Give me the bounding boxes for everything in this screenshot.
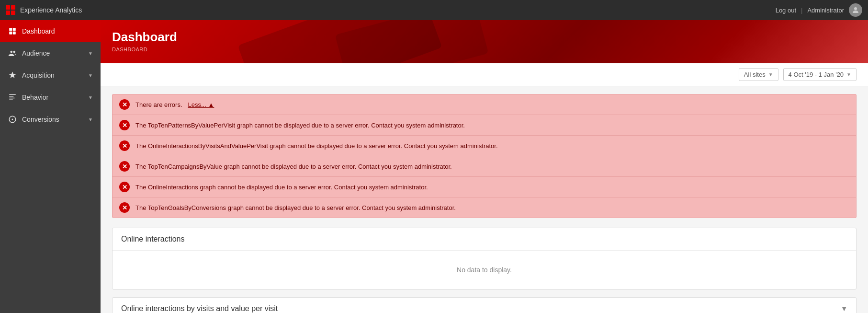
app-title: Experience Analytics [20, 6, 82, 14]
error-summary-row: ✕ There are errors. Less... ▲ [113, 94, 856, 115]
error-message-1: The TopTenPatternsByValuePerVisit graph … [135, 122, 465, 129]
main-content: Dashboard DASHBOARD All sites ▼ 4 Oct '1… [101, 20, 868, 313]
error-panel: ✕ There are errors. Less... ▲ ✕ The TopT… [112, 94, 857, 218]
sidebar-item-conversions[interactable]: Conversions ▼ [0, 108, 101, 130]
topbar: Experience Analytics Log out | Administr… [0, 0, 868, 20]
error-close-icon-3[interactable]: ✕ [119, 161, 130, 172]
svg-point-5 [11, 51, 13, 53]
sidebar-item-acquisition[interactable]: Acquisition ▼ [0, 64, 101, 86]
sidebar-item-audience[interactable]: Audience ▼ [0, 42, 101, 64]
error-close-icon-1[interactable]: ✕ [119, 120, 130, 130]
section-online-interactions-visits: Online interactions by visits and value … [112, 297, 857, 313]
behavior-chevron: ▼ [88, 95, 93, 100]
section-title-visits: Online interactions by visits and value … [121, 304, 278, 313]
sidebar-label-acquisition: Acquisition [22, 71, 83, 79]
sites-label: All sites [744, 71, 766, 78]
conversions-icon [8, 115, 17, 124]
error-row-1: ✕ The TopTenPatternsByValuePerVisit grap… [113, 115, 856, 136]
layout: Dashboard Audience ▼ Acquisition ▼ Behav… [0, 20, 868, 313]
sites-dropdown[interactable]: All sites ▼ [739, 68, 778, 81]
error-row-3: ✕ The TopTenCampaignsByValue graph canno… [113, 156, 856, 177]
error-message-4: The OnlineInteractions graph cannot be d… [135, 184, 428, 191]
svg-point-0 [854, 7, 857, 10]
sidebar-label-behavior: Behavior [22, 93, 83, 101]
dashboard-icon [8, 26, 17, 36]
avatar [849, 3, 862, 17]
svg-rect-2 [13, 28, 16, 31]
error-close-icon-2[interactable]: ✕ [119, 140, 130, 151]
section-body-online-interactions: No data to display. [113, 251, 856, 289]
section-title-online-interactions: Online interactions [121, 235, 185, 243]
logout-button[interactable]: Log out [776, 7, 796, 14]
error-close-icon-5[interactable]: ✕ [119, 202, 130, 213]
date-range-dropdown[interactable]: 4 Oct '19 - 1 Jan '20 ▼ [783, 68, 857, 81]
page-title: Dashboard [112, 30, 857, 45]
error-row-2: ✕ The OnlineInteractionsByVisitsAndValue… [113, 136, 856, 156]
section-online-interactions: Online interactions No data to display. [112, 228, 857, 290]
svg-point-7 [12, 119, 13, 120]
topbar-right: Log out | Administrator [776, 3, 862, 17]
audience-chevron: ▼ [88, 51, 93, 56]
sidebar-label-dashboard: Dashboard [22, 27, 93, 35]
breadcrumb: DASHBOARD [112, 46, 857, 52]
conversions-chevron: ▼ [88, 117, 93, 122]
behavior-icon [8, 93, 17, 102]
error-close-icon-0[interactable]: ✕ [119, 99, 130, 110]
topbar-separator: | [801, 7, 802, 14]
section-header-visits[interactable]: Online interactions by visits and value … [113, 298, 856, 313]
user-name: Administrator [807, 7, 844, 14]
content-area: ✕ There are errors. Less... ▲ ✕ The TopT… [101, 86, 868, 313]
acquisition-chevron: ▼ [88, 73, 93, 78]
section-header-online-interactions: Online interactions [113, 228, 856, 251]
sidebar-label-audience: Audience [22, 49, 83, 57]
error-summary-text: There are errors. [135, 101, 182, 108]
date-range-label: 4 Oct '19 - 1 Jan '20 [789, 71, 844, 78]
no-data-text-1: No data to display. [457, 266, 512, 274]
sites-dropdown-arrow: ▼ [768, 72, 773, 77]
date-dropdown-arrow: ▼ [846, 72, 851, 77]
error-row-4: ✕ The OnlineInteractions graph cannot be… [113, 177, 856, 197]
error-message-5: The TopTenGoalsByConversions graph canno… [135, 204, 456, 211]
svg-rect-4 [13, 32, 16, 35]
topbar-left: Experience Analytics [6, 5, 82, 15]
svg-rect-3 [9, 32, 12, 35]
dashboard-header: Dashboard DASHBOARD [101, 20, 868, 63]
section-chevron-visits: ▼ [841, 305, 847, 313]
app-logo [6, 5, 15, 15]
toolbar: All sites ▼ 4 Oct '19 - 1 Jan '20 ▼ [101, 63, 868, 86]
audience-icon [8, 48, 17, 58]
error-close-icon-4[interactable]: ✕ [119, 182, 130, 192]
less-link[interactable]: Less... ▲ [188, 101, 214, 108]
error-message-2: The OnlineInteractionsByVisitsAndValuePe… [135, 142, 498, 150]
sidebar: Dashboard Audience ▼ Acquisition ▼ Behav… [0, 20, 101, 313]
error-message-3: The TopTenCampaignsByValue graph cannot … [135, 163, 452, 170]
sidebar-label-conversions: Conversions [22, 116, 83, 123]
svg-rect-1 [9, 28, 12, 31]
error-row-5: ✕ The TopTenGoalsByConversions graph can… [113, 197, 856, 218]
acquisition-icon [8, 70, 17, 80]
sidebar-item-dashboard[interactable]: Dashboard [0, 20, 101, 42]
sidebar-item-behavior[interactable]: Behavior ▼ [0, 86, 101, 108]
svg-point-6 [13, 51, 16, 53]
